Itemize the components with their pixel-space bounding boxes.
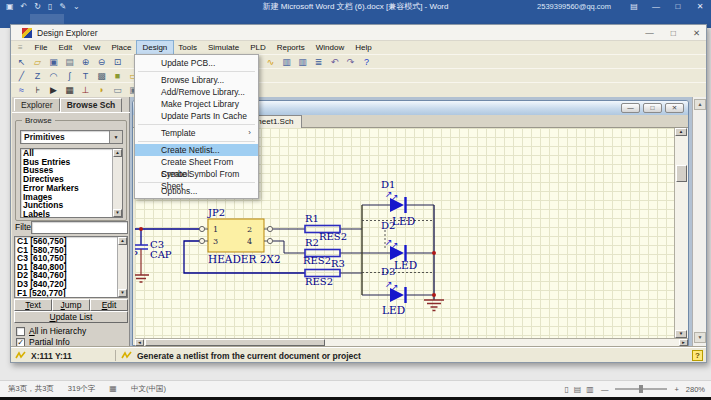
- sheet-symbol-icon[interactable]: ▭: [111, 83, 124, 97]
- document-vscrollbar[interactable]: ▲ ▼: [674, 128, 688, 338]
- select-pointer-icon[interactable]: ↖: [15, 55, 28, 69]
- maximize-icon[interactable]: □: [671, 25, 676, 41]
- dropdown-arrow-icon[interactable]: ▼: [109, 131, 122, 143]
- partial-info-checkbox[interactable]: ✓: [16, 338, 25, 347]
- component-list-item[interactable]: F1 [520,770]: [15, 289, 127, 298]
- spellcheck-icon[interactable]: ▦: [109, 381, 117, 397]
- zoom-level[interactable]: 280%: [686, 385, 705, 394]
- ribbon-options-icon[interactable]: ▤: [623, 0, 645, 14]
- browse-list-scrollbar[interactable]: ▲ ▼: [112, 149, 122, 217]
- menubar-item[interactable]: Reports: [271, 41, 310, 54]
- workspace-scrollbar[interactable]: ▲ ▼: [692, 97, 706, 347]
- redo-icon[interactable]: ↷: [344, 55, 357, 69]
- ground-symbol[interactable]: [424, 300, 444, 311]
- menu-item-add-remove-library[interactable]: Add/Remove Library...: [135, 86, 258, 98]
- all-in-hierarchy-checkbox[interactable]: [16, 327, 25, 336]
- help-icon[interactable]: ?: [360, 55, 373, 69]
- zoom-in-button[interactable]: +: [674, 385, 678, 394]
- language-status[interactable]: 中文(中国): [131, 381, 166, 397]
- scroll-up-icon[interactable]: ▲: [694, 99, 706, 110]
- menubar-item[interactable]: Edit: [53, 41, 78, 54]
- polyline-tool-icon[interactable]: Z: [31, 69, 44, 83]
- close-icon[interactable]: ✕: [665, 103, 684, 113]
- part-icon[interactable]: ◗: [95, 83, 108, 97]
- menu-item-options[interactable]: Options...: [135, 185, 258, 197]
- minimize-icon[interactable]: —: [645, 25, 654, 41]
- undo-icon[interactable]: ↶: [328, 55, 341, 69]
- wire-tool-icon[interactable]: ≈: [15, 83, 28, 97]
- zoom-out-icon[interactable]: ⊖: [95, 55, 108, 69]
- probe-net-icon[interactable]: ▥: [280, 55, 293, 69]
- zoom-out-button[interactable]: —: [601, 385, 609, 394]
- browse-mode-select[interactable]: Primitives ▼: [20, 130, 123, 144]
- zoom-slider-thumb[interactable]: [639, 385, 643, 393]
- jp2-type[interactable]: HEADER 2X2: [208, 253, 281, 265]
- menu-item-browse-library[interactable]: Browse Library...: [135, 74, 258, 86]
- menubar-item[interactable]: Design: [137, 41, 173, 54]
- rect-tool-icon[interactable]: ■: [111, 69, 124, 83]
- c3-type[interactable]: CAP: [150, 249, 172, 260]
- edit-button[interactable]: Edit: [90, 299, 128, 311]
- browse-type-list[interactable]: AllBus EntriesBussesDirectivesError Mark…: [20, 148, 123, 218]
- hscroll-thumb[interactable]: [145, 339, 325, 346]
- scroll-left-icon[interactable]: ◄: [135, 339, 144, 346]
- panel-tab-browse-sch[interactable]: Browse Sch: [60, 98, 123, 112]
- save-icon[interactable]: ▣: [47, 55, 60, 69]
- jp2-ref[interactable]: JP2: [207, 207, 225, 218]
- browse-list-item[interactable]: Labels: [21, 210, 122, 218]
- document-hscrollbar[interactable]: ◄ ►: [135, 338, 688, 346]
- print-layout-icon[interactable]: ▤: [574, 385, 582, 394]
- menubar-item[interactable]: Tools: [173, 41, 203, 54]
- bus-entry-icon[interactable]: ▶: [47, 83, 60, 97]
- menu-item-make-project-library[interactable]: Make Project Library: [135, 98, 258, 110]
- scroll-down-icon[interactable]: ▼: [113, 209, 122, 217]
- menu-item-create-symbol-from-sheet[interactable]: Create Symbol From Sheet: [135, 168, 258, 180]
- bus-tool-icon[interactable]: ⊦: [31, 83, 44, 97]
- scroll-right-icon[interactable]: ►: [679, 339, 688, 346]
- minimize-icon[interactable]: —: [621, 103, 640, 113]
- image-tool-icon[interactable]: ▩: [95, 69, 108, 83]
- menubar-item[interactable]: Simulate: [203, 41, 245, 54]
- web-layout-icon[interactable]: ▥: [586, 385, 594, 394]
- maximize-icon[interactable]: □: [643, 103, 662, 113]
- close-icon[interactable]: ✕: [693, 25, 700, 41]
- open-folder-icon[interactable]: ▱: [31, 55, 44, 69]
- zoom-in-icon[interactable]: ⊕: [79, 55, 92, 69]
- zoom-slider[interactable]: [615, 388, 667, 390]
- status-help-button[interactable]: ?: [692, 350, 703, 361]
- ground-icon[interactable]: ⊥: [79, 83, 92, 97]
- component-d2[interactable]: ↗ ↗ D2 LED: [381, 220, 417, 271]
- partial-info-row[interactable]: ✓ Partial Info: [16, 337, 70, 347]
- menu-item-update-parts-in-cache[interactable]: Update Parts In Cache: [135, 110, 258, 122]
- word-account[interactable]: 2539399560@qq.com: [537, 0, 611, 14]
- menubar-item[interactable]: Help: [350, 41, 377, 54]
- close-icon[interactable]: ✕: [689, 0, 711, 14]
- menubar-item[interactable]: Window: [310, 41, 349, 54]
- text-tool-icon[interactable]: T: [79, 69, 92, 83]
- arc-tool-icon[interactable]: ◠: [47, 69, 60, 83]
- curve-tool-icon[interactable]: ʃ: [63, 69, 76, 83]
- jump-button[interactable]: Jump: [52, 299, 90, 311]
- component-d3[interactable]: ↗ ↗ D3 LED: [381, 266, 406, 316]
- netlist-icon[interactable]: ≣: [312, 55, 325, 69]
- menu-item-template[interactable]: Template›: [135, 127, 258, 139]
- component-list[interactable]: C1 [560,750]C1 [580,750]C3 [610,750]D1 […: [14, 236, 128, 298]
- menubar-item[interactable]: File: [29, 41, 53, 54]
- zoom-area-icon[interactable]: ⊡: [111, 55, 124, 69]
- scroll-down-icon[interactable]: ▼: [675, 330, 687, 338]
- probe-bus-icon[interactable]: ▥: [296, 55, 309, 69]
- component-list-scrollbar[interactable]: ▲ ▼: [117, 237, 127, 297]
- menubar-item[interactable]: PLD: [245, 41, 272, 54]
- minimize-icon[interactable]: —: [645, 0, 667, 14]
- text-button[interactable]: Text: [14, 299, 52, 311]
- vscroll-thumb[interactable]: [676, 165, 687, 182]
- menu-item-create-sheet-from-symbol[interactable]: Create Sheet From Symbol: [135, 156, 258, 168]
- filter-input[interactable]: [31, 221, 128, 234]
- word-count[interactable]: 319个字: [68, 381, 96, 397]
- page-info[interactable]: 第3页，共3页: [8, 381, 54, 397]
- scroll-up-icon[interactable]: ▲: [118, 237, 127, 245]
- menubar-item[interactable]: Place: [106, 41, 137, 54]
- scroll-down-icon[interactable]: ▼: [118, 289, 127, 297]
- scroll-up-icon[interactable]: ▲: [113, 149, 122, 157]
- read-mode-icon[interactable]: ▯: [564, 385, 568, 394]
